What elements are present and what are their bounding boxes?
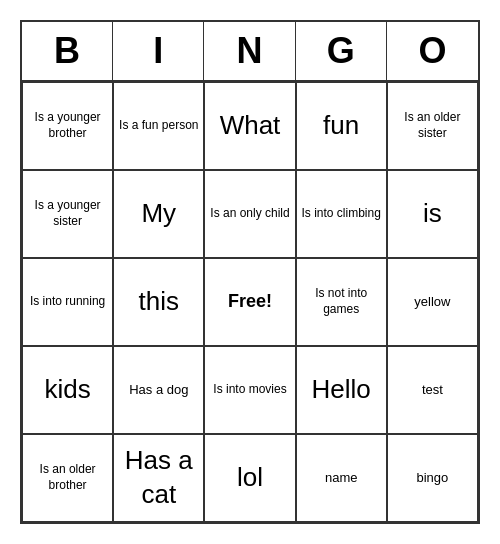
bingo-cell: What bbox=[204, 82, 295, 170]
header-letter: B bbox=[22, 22, 113, 80]
header-letter: G bbox=[296, 22, 387, 80]
bingo-cell: Has a dog bbox=[113, 346, 204, 434]
bingo-cell: Hello bbox=[296, 346, 387, 434]
bingo-cell: Is a younger brother bbox=[22, 82, 113, 170]
header-letter: N bbox=[204, 22, 295, 80]
bingo-cell: Is into running bbox=[22, 258, 113, 346]
header-letter: O bbox=[387, 22, 478, 80]
bingo-cell: yellow bbox=[387, 258, 478, 346]
bingo-cell: Is an older brother bbox=[22, 434, 113, 522]
bingo-card: BINGO Is a younger brotherIs a fun perso… bbox=[20, 20, 480, 524]
bingo-cell: Is not into games bbox=[296, 258, 387, 346]
bingo-header: BINGO bbox=[22, 22, 478, 82]
bingo-cell: My bbox=[113, 170, 204, 258]
bingo-cell: lol bbox=[204, 434, 295, 522]
bingo-cell: kids bbox=[22, 346, 113, 434]
bingo-cell: Free! bbox=[204, 258, 295, 346]
bingo-cell: name bbox=[296, 434, 387, 522]
header-letter: I bbox=[113, 22, 204, 80]
bingo-cell: Is into movies bbox=[204, 346, 295, 434]
bingo-cell: fun bbox=[296, 82, 387, 170]
bingo-cell: Has a cat bbox=[113, 434, 204, 522]
bingo-grid: Is a younger brotherIs a fun personWhatf… bbox=[22, 82, 478, 522]
bingo-cell: Is a younger sister bbox=[22, 170, 113, 258]
bingo-cell: Is into climbing bbox=[296, 170, 387, 258]
bingo-cell: test bbox=[387, 346, 478, 434]
bingo-cell: bingo bbox=[387, 434, 478, 522]
bingo-cell: this bbox=[113, 258, 204, 346]
bingo-cell: Is an older sister bbox=[387, 82, 478, 170]
bingo-cell: Is a fun person bbox=[113, 82, 204, 170]
bingo-cell: is bbox=[387, 170, 478, 258]
bingo-cell: Is an only child bbox=[204, 170, 295, 258]
